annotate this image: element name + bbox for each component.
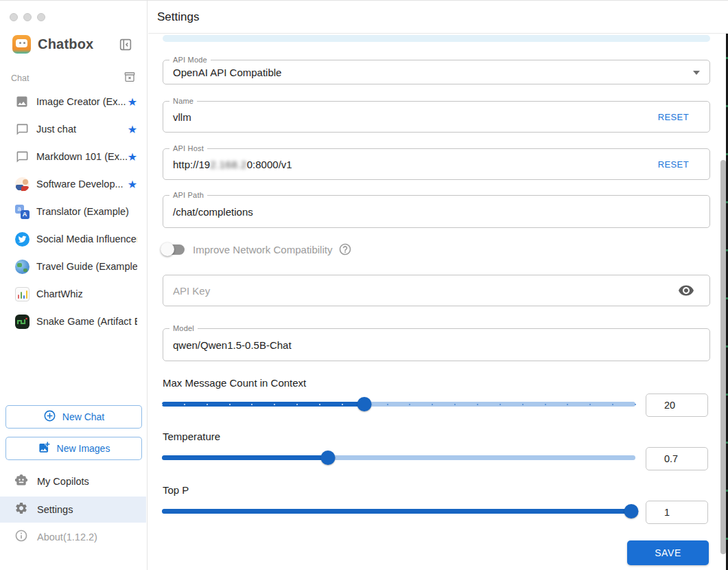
sidebar: Chatbox Chat [0, 1, 148, 570]
slider-thumb[interactable] [624, 504, 639, 518]
list-item-label: Snake Game (Artifact E... [36, 316, 137, 327]
help-icon[interactable] [338, 242, 352, 256]
window-controls[interactable] [10, 13, 45, 21]
bar-chart-avatar-icon [14, 287, 30, 301]
top-p-label: Top P [163, 484, 189, 496]
add-photo-icon [38, 441, 51, 456]
chat-section-header: Chat [11, 71, 136, 86]
slider-thumb[interactable] [320, 451, 335, 465]
api-path-field[interactable]: API Path /chat/completions [163, 195, 710, 228]
settings-label: Settings [37, 504, 73, 515]
conversation-list: Image Creator (Ex... ★ Just chat ★ Markd… [0, 88, 147, 335]
list-item-label: Translator (Example) [36, 206, 137, 217]
name-field[interactable]: Name vllm RESET [163, 101, 710, 133]
chatbox-logo-icon [12, 35, 31, 54]
brand: Chatbox [12, 35, 93, 54]
star-icon[interactable]: ★ [128, 123, 137, 136]
network-compatibility-label: Improve Network Compatibility [193, 244, 332, 255]
api-host-value: http://192.168.20:8000/v1 [173, 159, 292, 170]
model-label: Model [169, 324, 198, 332]
page-title: Settings [157, 10, 199, 24]
sidebar-item-settings[interactable]: Settings [0, 497, 146, 523]
scrolled-alert-edge [163, 35, 710, 42]
app-title: Chatbox [38, 36, 93, 52]
api-host-label: API Host [169, 144, 207, 152]
list-item-software-developer[interactable]: Software Develop... ★ [0, 170, 147, 198]
list-item-snake-game[interactable]: Snake Game (Artifact E... [0, 308, 147, 335]
my-copilots-label: My Copilots [37, 476, 89, 487]
sidebar-item-about[interactable]: About(1.12.2) [0, 524, 146, 550]
chat-bubble-icon [14, 150, 30, 163]
gear-icon [14, 501, 28, 518]
info-icon [14, 529, 28, 545]
model-value: qwen/Qwen1.5-0.5B-Chat [173, 339, 292, 351]
sidebar-item-my-copilots[interactable]: My Copilots [0, 468, 146, 494]
star-icon[interactable]: ★ [128, 95, 137, 109]
translator-avatar-icon: aA [14, 205, 30, 219]
name-reset-button[interactable]: RESET [658, 112, 689, 122]
slider-thumb[interactable] [357, 397, 372, 411]
max-message-count-slider[interactable] [162, 397, 635, 411]
top-p-value[interactable]: 1 [646, 501, 708, 524]
network-compatibility-row: Improve Network Compatibility [163, 241, 352, 258]
api-key-field[interactable] [163, 275, 710, 306]
list-item-social-media-influencer[interactable]: Social Media Influencer ... [0, 225, 147, 253]
api-host-reset-button[interactable]: RESET [658, 159, 689, 170]
clear-conversations-icon[interactable] [124, 71, 136, 86]
api-mode-value: OpenAI API Compatible [173, 67, 281, 78]
chat-section-label: Chat [11, 73, 29, 83]
top-p-slider[interactable] [162, 504, 635, 518]
temperature-label: Temperature [163, 431, 220, 442]
list-item-label: Markdown 101 (Ex... [36, 151, 128, 162]
snake-game-avatar-icon [14, 315, 30, 329]
settings-panel: Settings API Mode OpenAI API Compatible … [148, 1, 728, 570]
show-password-eye-icon[interactable] [678, 282, 694, 299]
api-path-label: API Path [169, 191, 207, 199]
api-key-input[interactable] [173, 275, 653, 306]
new-images-button[interactable]: New Images [5, 437, 142, 460]
twitter-bird-icon [14, 232, 30, 247]
list-item-label: Travel Guide (Example) [36, 261, 137, 272]
about-label: About(1.12.2) [37, 532, 97, 543]
model-field[interactable]: Model qwen/Qwen1.5-0.5B-Chat [163, 328, 710, 361]
vertical-scrollbar[interactable] [720, 160, 726, 554]
globe-avatar-icon [14, 260, 30, 274]
list-item-travel-guide[interactable]: Travel Guide (Example) [0, 253, 147, 280]
list-item-label: ChartWhiz [36, 288, 137, 299]
list-item-markdown-101[interactable]: Markdown 101 (Ex... ★ [0, 143, 147, 170]
api-mode-label: API Mode [169, 56, 211, 64]
temperature-slider[interactable] [162, 451, 635, 464]
list-item-label: Social Media Influencer ... [36, 233, 137, 244]
name-label: Name [169, 97, 197, 105]
maximize-window-icon[interactable] [37, 13, 45, 21]
network-compatibility-toggle[interactable] [163, 244, 185, 255]
max-message-count-label: Max Message Count in Context [163, 377, 306, 389]
developer-avatar-icon [14, 177, 30, 192]
star-icon[interactable]: ★ [128, 150, 137, 163]
redacted-host-segment: 2.168.2 [210, 159, 247, 170]
close-window-icon[interactable] [10, 13, 18, 21]
list-item-translator[interactable]: aA Translator (Example) [0, 198, 147, 225]
chevron-down-icon[interactable] [693, 71, 700, 75]
new-chat-label: New Chat [62, 411, 104, 422]
api-mode-select[interactable]: API Mode OpenAI API Compatible [163, 60, 710, 84]
max-message-count-value[interactable]: 20 [646, 394, 708, 417]
chatbox-app-window: Chatbox Chat [0, 0, 728, 570]
api-host-field[interactable]: API Host http://192.168.20:8000/v1 RESET [163, 148, 710, 180]
list-item-label: Image Creator (Ex... [36, 96, 128, 107]
list-item-label: Software Develop... [36, 179, 128, 190]
add-circle-icon [43, 409, 56, 424]
minimize-window-icon[interactable] [23, 13, 32, 21]
save-button[interactable]: SAVE [627, 540, 709, 565]
star-icon[interactable]: ★ [128, 178, 137, 191]
new-images-label: New Images [57, 443, 110, 454]
list-item-chartwhiz[interactable]: ChartWhiz [0, 280, 147, 308]
collapse-sidebar-icon[interactable] [118, 37, 133, 52]
new-chat-button[interactable]: New Chat [5, 405, 142, 429]
list-item-just-chat[interactable]: Just chat ★ [0, 115, 147, 143]
list-item-image-creator[interactable]: Image Creator (Ex... ★ [0, 88, 147, 115]
name-value: vllm [173, 111, 191, 123]
page-header: Settings [148, 1, 728, 34]
api-path-value: /chat/completions [173, 206, 253, 218]
temperature-value[interactable]: 0.7 [646, 447, 708, 470]
